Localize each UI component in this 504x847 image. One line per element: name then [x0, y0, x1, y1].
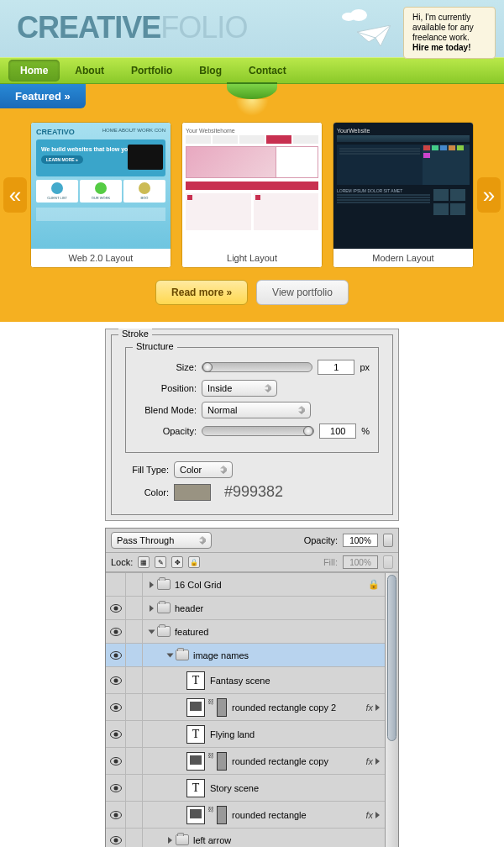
opacity-input[interactable]: [319, 424, 356, 439]
disclosure-triangle-icon[interactable]: [168, 837, 172, 844]
disclosure-triangle-icon[interactable]: [149, 629, 155, 634]
svg-point-21: [113, 838, 118, 842]
layer-name: left arrow: [193, 835, 231, 845]
fill-input: [343, 555, 378, 569]
link-column: [126, 620, 143, 643]
logo-part-1: CREATIVE: [17, 10, 160, 45]
nav-contact[interactable]: Contact: [237, 60, 298, 82]
thumbnail-light[interactable]: Your Websitehome Light Layout: [181, 122, 323, 268]
layer-row[interactable]: ⛓rounded rectanglefx: [106, 802, 398, 829]
size-unit: px: [360, 362, 370, 372]
read-more-button[interactable]: Read more »: [155, 280, 248, 305]
lock-pixels-button[interactable]: ✎: [155, 556, 166, 568]
layer-row[interactable]: 16 Col Grid🔒: [106, 573, 398, 597]
size-label: Size:: [134, 362, 197, 372]
lock-all-button[interactable]: 🔒: [188, 556, 200, 568]
layer-name: header: [175, 603, 203, 613]
visibility-toggle[interactable]: [106, 829, 126, 847]
svg-point-19: [113, 813, 118, 817]
visibility-toggle[interactable]: [106, 667, 126, 693]
link-column: [126, 644, 143, 666]
layer-blend-select[interactable]: Pass Through: [111, 532, 212, 549]
visibility-toggle[interactable]: [106, 573, 126, 596]
visibility-toggle[interactable]: [106, 620, 126, 643]
view-portfolio-button[interactable]: View portfolio: [256, 280, 349, 305]
layers-scrollbar[interactable]: [385, 573, 398, 847]
layers-panel: Pass Through Opacity: Lock: ▦ ✎ ✥ 🔒 Fill…: [105, 528, 399, 847]
disclosure-triangle-icon[interactable]: [167, 653, 174, 657]
layer-row[interactable]: featured: [106, 620, 398, 644]
size-input[interactable]: [318, 360, 354, 375]
layer-row[interactable]: image names: [106, 644, 398, 667]
layer-row[interactable]: left arrow: [106, 829, 398, 847]
thumbnail-modern[interactable]: YourWebsite LOREM IPSUM DOLOR SIT AMET M…: [333, 122, 474, 268]
text-layer-icon: T: [186, 779, 205, 797]
layer-row[interactable]: header: [106, 597, 398, 620]
layer-name: featured: [175, 627, 208, 637]
visibility-toggle[interactable]: [106, 597, 126, 619]
shape-layer-icon: ⛓: [186, 698, 227, 717]
link-column: [126, 775, 143, 801]
fx-badge[interactable]: fx: [365, 702, 383, 713]
thumbnail-preview: CREATIVOHOME ABOUT WORK CON We build web…: [31, 123, 171, 249]
scrollbar-thumb[interactable]: [387, 575, 396, 741]
hire-note[interactable]: Hi, I'm currently available for any free…: [403, 7, 496, 59]
thumbnail-caption: Web 2.0 Layout: [31, 249, 171, 267]
disclosure-triangle-icon[interactable]: [150, 581, 154, 588]
svg-point-9: [113, 678, 118, 682]
blend-mode-select[interactable]: Normal: [202, 402, 311, 418]
layer-name: Story scene: [210, 783, 259, 793]
opacity-unit: %: [361, 426, 370, 436]
thumbnail-web20[interactable]: CREATIVOHOME ABOUT WORK CON We build web…: [30, 122, 171, 268]
color-swatch[interactable]: [174, 484, 211, 501]
site-logo: CREATIVEFOLIO: [17, 0, 247, 45]
svg-point-17: [113, 786, 118, 790]
svg-point-7: [113, 653, 118, 657]
visibility-toggle[interactable]: [106, 721, 126, 747]
carousel-prev-button[interactable]: «: [3, 177, 27, 213]
layer-name: rounded rectangle copy 2: [232, 702, 336, 713]
disclosure-triangle-icon[interactable]: [150, 605, 154, 612]
layer-row[interactable]: ⛓rounded rectangle copyfx: [106, 748, 398, 775]
nav-blog[interactable]: Blog: [187, 60, 234, 82]
layer-row[interactable]: TStory scene: [106, 775, 398, 802]
visibility-toggle[interactable]: [106, 748, 126, 774]
opacity-spinner[interactable]: [383, 534, 393, 547]
link-column: [126, 667, 143, 693]
layer-opacity-label: Opacity:: [304, 535, 338, 545]
note-text: Hi, I'm currently: [412, 13, 470, 22]
carousel-next-button[interactable]: »: [477, 177, 501, 213]
nav-about[interactable]: About: [63, 60, 116, 82]
cloud-icon: [340, 6, 370, 21]
layers-list: 16 Col Grid🔒headerfeaturedimage namesTFa…: [106, 572, 398, 847]
featured-tab[interactable]: Featured »: [0, 84, 86, 108]
svg-point-3: [113, 606, 118, 610]
fx-badge[interactable]: fx: [365, 810, 383, 820]
nav-home[interactable]: Home: [8, 60, 60, 82]
layer-row[interactable]: TFlying land: [106, 721, 398, 748]
layers-lockrow: Lock: ▦ ✎ ✥ 🔒 Fill:: [106, 553, 398, 572]
visibility-toggle[interactable]: [106, 644, 126, 666]
visibility-toggle[interactable]: [106, 694, 126, 720]
structure-fieldset: Structure Size: px Position: Inside Blen…: [125, 347, 379, 453]
svg-point-1: [350, 9, 367, 21]
lock-position-button[interactable]: ✥: [171, 556, 183, 568]
layer-row[interactable]: ⛓rounded rectangle copy 2fx: [106, 694, 398, 721]
paper-plane-icon: [357, 25, 391, 46]
note-cta: Hire me today!: [412, 43, 470, 52]
folder-icon: [176, 834, 189, 845]
fx-badge[interactable]: fx: [365, 756, 383, 766]
layer-name: image names: [193, 650, 249, 660]
visibility-toggle[interactable]: [106, 802, 126, 828]
nav-portfolio[interactable]: Portfolio: [119, 60, 184, 82]
position-select[interactable]: Inside: [202, 380, 277, 397]
layer-opacity-input[interactable]: [343, 534, 378, 547]
opacity-slider[interactable]: [202, 426, 314, 436]
size-slider[interactable]: [202, 362, 312, 372]
text-layer-icon: T: [186, 671, 205, 690]
fill-type-select[interactable]: Color: [174, 461, 233, 478]
layer-row[interactable]: TFantasy scene: [106, 667, 398, 694]
visibility-toggle[interactable]: [106, 775, 126, 801]
lock-transparency-button[interactable]: ▦: [138, 556, 150, 568]
page-header: CREATIVEFOLIO Hi, I'm currently availabl…: [0, 0, 504, 57]
